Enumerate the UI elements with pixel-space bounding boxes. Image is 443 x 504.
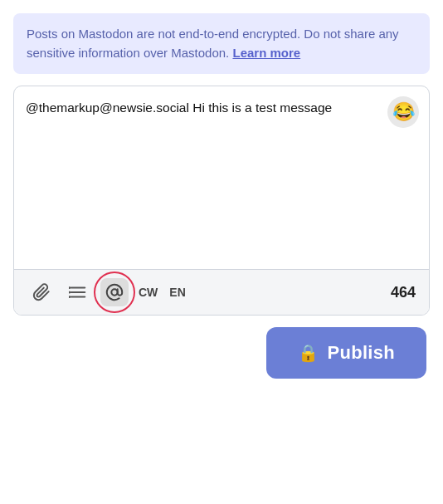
emoji-button[interactable]: 😂: [387, 96, 419, 128]
compose-toolbar: CW EN 464: [14, 269, 429, 315]
compose-textarea-area: @themarkup@newsie.social Hi this is a te…: [14, 86, 429, 269]
compose-box: @themarkup@newsie.social Hi this is a te…: [13, 86, 430, 316]
format-icon: [69, 283, 87, 301]
warning-text: Posts on Mastodon are not end-to-end enc…: [27, 27, 399, 60]
publish-button[interactable]: 🔒 Publish: [266, 327, 426, 379]
attachment-button[interactable]: [27, 278, 56, 306]
emoji-icon: 😂: [392, 101, 415, 123]
publish-label: Publish: [327, 342, 395, 364]
warning-banner: Posts on Mastodon are not end-to-end enc…: [13, 13, 430, 74]
format-button[interactable]: [64, 278, 92, 306]
char-count: 464: [391, 284, 416, 301]
compose-text: @themarkup@newsie.social Hi this is a te…: [26, 98, 379, 118]
lang-button[interactable]: EN: [168, 282, 187, 302]
lock-icon: 🔒: [298, 343, 319, 363]
mention-icon: [105, 283, 124, 301]
mention-button[interactable]: [100, 278, 129, 306]
publish-row: 🔒 Publish: [13, 327, 430, 379]
svg-point-6: [111, 289, 117, 295]
learn-more-link[interactable]: Learn more: [232, 46, 300, 60]
cw-button[interactable]: CW: [137, 282, 159, 302]
paperclip-icon: [32, 283, 51, 301]
